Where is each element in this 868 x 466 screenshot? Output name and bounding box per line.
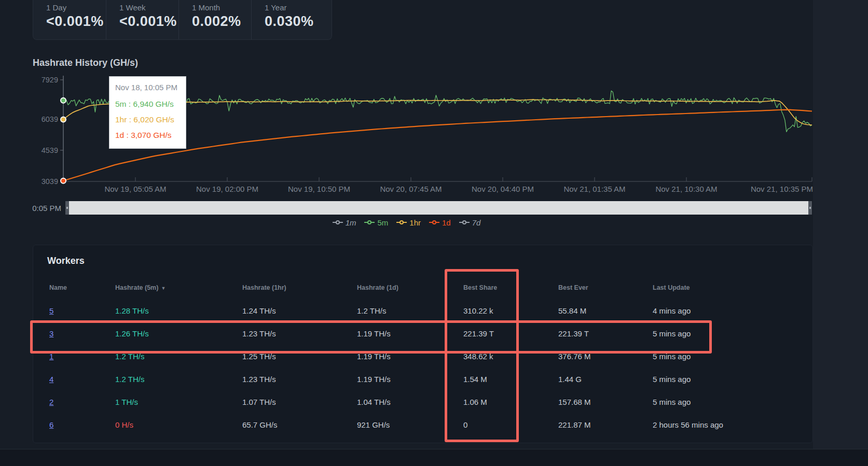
x-tick-label: Nov 20, 04:40 PM (472, 185, 534, 193)
chart-title: Hashrate History (GH/s) (33, 58, 138, 68)
x-tick-label: Nov 21, 10:35 PM (751, 185, 813, 193)
worker-cell-last_update: 5 mins ago (653, 398, 691, 406)
worker-cell-best_share: 310.22 k (463, 306, 493, 315)
hover-dot-5m (61, 98, 66, 103)
worker-cell-h1d: 1.19 TH/s (357, 329, 391, 338)
worker-cell-best_ever: 55.84 M (558, 306, 586, 315)
stat-value: 0.002% (192, 13, 251, 30)
worker-cell-best_ever: 221.87 M (558, 420, 591, 429)
column-header-h1hr[interactable]: Hashrate (1hr) (242, 284, 286, 291)
y-tick-label: 3039 (42, 177, 58, 186)
worker-cell-name: 3 (49, 329, 53, 338)
worker-cell-name: 2 (49, 398, 53, 406)
worker-cell-best_share: 348.62 k (463, 352, 493, 361)
tooltip-1d-value: 1d : 3,070 GH/s (115, 128, 180, 143)
worker-cell-h1d: 921 GH/s (357, 420, 390, 429)
worker-cell-last_update: 4 mins ago (653, 306, 691, 315)
stat-value: 0.030% (265, 13, 332, 30)
worker-link-5[interactable]: 5 (49, 306, 53, 315)
worker-cell-h5m: 1.28 TH/s (115, 306, 149, 315)
legend-series-icon (396, 220, 407, 225)
sort-desc-icon: ▼ (161, 286, 166, 291)
tooltip-1hr-value: 1hr : 6,020 GH/s (115, 112, 180, 128)
worker-cell-h1d: 1.04 TH/s (357, 398, 391, 406)
worker-cell-h5m: 1 TH/s (115, 398, 138, 406)
page: 1 Day<0.001%1 Week<0.001%1 Month0.002%1 … (0, 0, 868, 466)
worker-cell-h1hr: 1.25 TH/s (242, 352, 276, 361)
legend-label: 1hr (409, 218, 421, 227)
worker-cell-name: 4 (49, 375, 53, 384)
stat-label: 1 Day (46, 3, 106, 12)
column-header-h1d[interactable]: Hashrate (1d) (357, 284, 398, 291)
workers-panel: Workers NameHashrate (5m)▼Hashrate (1hr)… (33, 245, 813, 443)
column-header-best_ever[interactable]: Best Ever (558, 284, 588, 291)
legend-series-icon (429, 220, 439, 225)
footer-bar (0, 449, 868, 466)
column-header-last_update[interactable]: Last Update (653, 284, 690, 291)
stat-label: 1 Month (192, 3, 251, 12)
worker-cell-h5m: 0 H/s (115, 420, 133, 429)
luck-stats-panel: 1 Day<0.001%1 Week<0.001%1 Month0.002%1 … (33, 0, 332, 40)
tooltip-date: Nov 18, 10:05 PM (115, 81, 180, 94)
main-content: 1 Day<0.001%1 Week<0.001%1 Month0.002%1 … (0, 0, 813, 449)
worker-link-1[interactable]: 1 (49, 352, 53, 361)
worker-cell-h1d: 1.19 TH/s (357, 375, 391, 384)
chart-tooltip: Nov 18, 10:05 PM 5m : 6,940 GH/s 1hr : 6… (109, 76, 186, 149)
chart-legend: 1m5m1hr1d7d (0, 218, 813, 227)
legend-label: 1m (346, 218, 356, 227)
worker-link-2[interactable]: 2 (49, 398, 53, 406)
worker-link-6[interactable]: 6 (49, 420, 53, 429)
column-header-best_share[interactable]: Best Share (463, 284, 497, 291)
worker-cell-best_ever: 376.76 M (558, 352, 591, 361)
x-tick-label: Nov 19, 10:50 PM (288, 185, 350, 193)
legend-toggle-5m[interactable]: 5m (364, 218, 388, 227)
worker-link-4[interactable]: 4 (49, 375, 53, 384)
worker-link-3[interactable]: 3 (49, 329, 53, 338)
time-range-slider[interactable] (65, 201, 812, 215)
worker-cell-best_share: 221.39 T (463, 329, 494, 338)
worker-cell-best_share: 1.06 M (463, 398, 487, 406)
hover-dot-1hr (61, 117, 66, 122)
y-tick-label: 6039 (42, 115, 58, 123)
worker-cell-last_update: 5 mins ago (653, 329, 691, 338)
worker-cell-h1hr: 1.23 TH/s (242, 329, 276, 338)
stat-value: <0.001% (46, 13, 106, 30)
column-header-name[interactable]: Name (49, 284, 67, 291)
x-tick-label: Nov 21, 01:35 AM (563, 185, 625, 193)
legend-label: 7d (472, 218, 481, 227)
hover-dot-1d (61, 178, 66, 183)
stat-label: 1 Year (265, 3, 332, 12)
worker-cell-best_share: 0 (463, 420, 467, 429)
legend-toggle-1d[interactable]: 1d (429, 218, 451, 227)
worker-cell-h1hr: 1.23 TH/s (242, 375, 276, 384)
legend-label: 5m (377, 218, 388, 227)
legend-toggle-1m[interactable]: 1m (333, 218, 356, 227)
slider-left-handle[interactable] (65, 201, 69, 215)
worker-cell-last_update: 5 mins ago (653, 352, 691, 361)
legend-series-icon (333, 220, 343, 225)
workers-title: Workers (47, 256, 85, 266)
worker-cell-h1hr: 65.7 GH/s (242, 420, 278, 429)
slider-right-handle[interactable] (808, 201, 812, 215)
stat-card-1-week: 1 Week<0.001% (106, 0, 178, 39)
legend-toggle-7d[interactable]: 7d (459, 218, 481, 227)
worker-cell-h5m: 1.2 TH/s (115, 352, 144, 361)
x-tick-label: Nov 19, 02:00 PM (196, 185, 258, 193)
y-tick-label: 7929 (42, 76, 58, 84)
stat-value: <0.001% (119, 13, 178, 30)
worker-cell-h1d: 1.2 TH/s (357, 306, 386, 315)
tooltip-5m-value: 5m : 6,940 GH/s (115, 96, 180, 112)
x-tick-label: Nov 21, 10:30 AM (655, 185, 717, 193)
legend-series-icon (364, 220, 375, 225)
worker-cell-best_ever: 1.44 G (558, 375, 582, 384)
worker-cell-h1hr: 1.07 TH/s (242, 398, 276, 406)
legend-toggle-1hr[interactable]: 1hr (396, 218, 421, 227)
column-header-h5m[interactable]: Hashrate (5m)▼ (115, 284, 166, 291)
y-tick-label: 4539 (42, 146, 58, 154)
worker-cell-best_ever: 221.39 T (558, 329, 589, 338)
stat-card-1-month: 1 Month0.002% (178, 0, 251, 39)
worker-cell-name: 1 (49, 352, 53, 361)
stat-card-1-year: 1 Year0.030% (251, 0, 332, 39)
range-start-label: 0:05 PM (0, 204, 61, 213)
worker-cell-name: 6 (49, 420, 53, 429)
